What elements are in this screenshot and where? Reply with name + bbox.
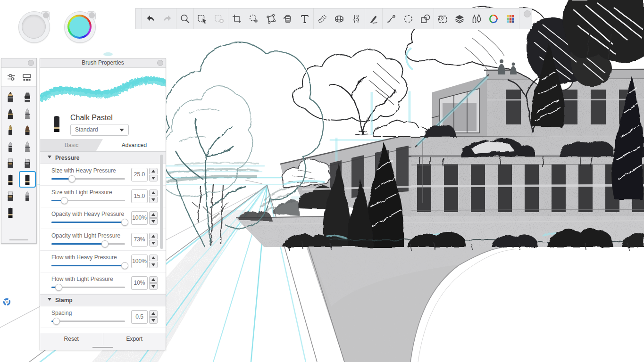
brush-chisel-marker[interactable] (19, 155, 36, 171)
spinner-down-button[interactable] (149, 240, 158, 247)
deselect-tool[interactable] (211, 8, 228, 29)
slider-thumb[interactable] (101, 240, 109, 247)
brush-puck[interactable] (18, 11, 50, 43)
collapse-triangle-icon (48, 156, 51, 160)
slider-label: Spacing (51, 310, 72, 316)
text-tool[interactable] (296, 8, 313, 29)
slider-thumb[interactable] (55, 284, 62, 291)
slider-thumb[interactable] (53, 318, 60, 325)
brush-palette-titlebar[interactable] (1, 58, 36, 68)
brush-smudge-stump-icon (22, 190, 33, 202)
timelapse-tool[interactable] (434, 8, 451, 29)
brush-marker[interactable] (2, 155, 19, 171)
slider-track[interactable] (51, 222, 125, 223)
brush-wide-marker[interactable] (2, 204, 19, 221)
spinner-down-button[interactable] (149, 262, 158, 268)
stroke-pen-tool[interactable] (365, 8, 382, 29)
brush-properties-menu-button[interactable] (157, 60, 163, 66)
spinner-down-button[interactable] (149, 197, 158, 203)
library-view-button[interactable] (22, 72, 32, 82)
distort-tool[interactable] (262, 8, 279, 29)
brush-chalk-pastel[interactable] (19, 171, 36, 188)
layers-tool[interactable] (451, 8, 468, 29)
brush-properties-titlebar[interactable]: Brush Properties (40, 58, 166, 68)
slider-track[interactable] (51, 265, 125, 266)
ruler-tool[interactable] (314, 8, 331, 29)
spinner-up-button[interactable] (149, 189, 158, 196)
toolbar-handle-circle[interactable] (524, 10, 531, 17)
perspective-icon (334, 13, 345, 25)
spinner-down-button[interactable] (149, 317, 158, 324)
fill-tool[interactable] (279, 8, 296, 29)
brush-airbrush[interactable] (2, 105, 19, 122)
select-tool[interactable] (194, 8, 211, 29)
brush-soft-airbrush[interactable] (19, 105, 36, 122)
tab-basic[interactable]: Basic (40, 139, 103, 151)
slider-track[interactable] (51, 287, 125, 288)
undo-tool[interactable] (142, 8, 159, 29)
spinner-up-button[interactable] (149, 310, 158, 317)
reset-button[interactable]: Reset (40, 333, 103, 345)
slider-thumb[interactable] (121, 262, 128, 269)
brush-preset-dropdown[interactable]: Standard (70, 124, 129, 136)
redo-tool[interactable] (159, 8, 176, 29)
slider-thumb[interactable] (68, 175, 75, 182)
slider-value[interactable]: 100% (131, 255, 148, 268)
brush-pencil-icon (5, 91, 16, 103)
slider-thumb[interactable] (61, 197, 68, 204)
slider-value[interactable]: 100% (131, 211, 148, 225)
spinner-down-button[interactable] (149, 175, 158, 181)
slider-value[interactable]: 10% (131, 276, 148, 290)
slider-value[interactable]: 25.0 (131, 168, 148, 181)
brush-chalk[interactable] (2, 171, 19, 188)
zoom-tool[interactable] (176, 8, 193, 29)
slider-value[interactable]: 73% (131, 233, 148, 247)
slider-thumb[interactable] (121, 219, 128, 226)
tab-advanced[interactable]: Advanced (103, 139, 166, 151)
brush-palette-menu-button[interactable] (28, 60, 34, 66)
brush-smudge-stump[interactable] (19, 188, 36, 204)
predictive-stroke-tool[interactable] (383, 8, 400, 29)
perspective-tool[interactable] (331, 8, 348, 29)
symmetry-tool[interactable] (348, 8, 365, 29)
brush-palette-resize-handle[interactable] (9, 239, 28, 240)
color-puck-handle[interactable] (89, 12, 95, 18)
brush-puck-handle[interactable] (43, 12, 49, 18)
crop-tool[interactable] (228, 8, 245, 29)
brush-round-brush[interactable] (19, 122, 36, 138)
ellipse-tool[interactable] (400, 8, 417, 29)
brush-airbrush-icon (5, 107, 16, 120)
slider-value[interactable]: 0.5 (131, 310, 148, 324)
brush-flat-brush[interactable] (2, 188, 19, 204)
brush-ink-pen[interactable] (2, 122, 19, 138)
color-palette-tool[interactable] (502, 8, 519, 29)
properties-scrollbar[interactable] (160, 155, 163, 249)
shapes-tool[interactable] (417, 8, 434, 29)
spinner-up-button[interactable] (149, 276, 158, 283)
slider-track[interactable] (51, 178, 125, 180)
brush-silver-airbrush[interactable] (19, 138, 36, 155)
spinner-up-button[interactable] (149, 233, 158, 239)
lasso-add-tool[interactable] (245, 8, 262, 29)
slider-track[interactable] (51, 243, 125, 245)
slider-view-button[interactable] (6, 72, 17, 82)
export-button[interactable]: Export (103, 333, 166, 345)
toolbar-drag-strip[interactable] (136, 8, 142, 29)
slider-track[interactable] (51, 200, 125, 201)
brush-pencil[interactable] (2, 89, 19, 105)
spinner-up-button[interactable] (149, 168, 158, 174)
spinner-down-button[interactable] (149, 218, 158, 225)
spinner-up-button[interactable] (149, 255, 158, 261)
brush-library-tool[interactable] (468, 8, 485, 29)
slider-value[interactable]: 15.0 (131, 189, 148, 203)
color-puck[interactable] (64, 11, 96, 43)
brush-eraser[interactable] (19, 89, 36, 105)
brush-properties-resize-handle[interactable] (40, 345, 166, 350)
spinner-up-button[interactable] (149, 211, 158, 218)
color-editor-tool[interactable] (485, 8, 502, 29)
section-header-stamp[interactable]: Stamp (40, 294, 166, 306)
brush-paint-brush[interactable] (2, 138, 19, 155)
spinner-down-button[interactable] (149, 283, 158, 290)
slider-track[interactable] (51, 321, 125, 322)
section-header-pressure[interactable]: Pressure (40, 152, 166, 164)
